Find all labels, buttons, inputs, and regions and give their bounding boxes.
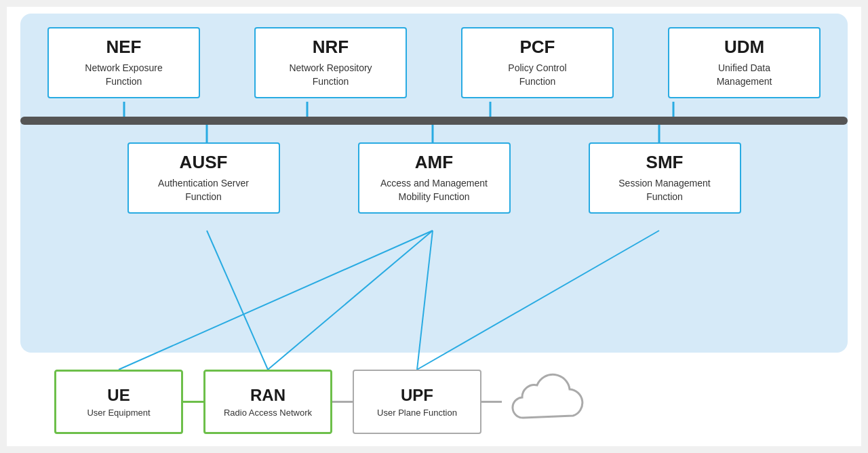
ausf-abbr: AUSF [180,152,228,173]
amf-fullname: Access and ManagementMobility Function [380,177,488,203]
upf-fullname: User Plane Function [377,408,457,418]
upf-cloud-connector [481,401,502,403]
ue-abbr: UE [107,386,130,405]
nef-abbr: NEF [106,37,142,58]
ran-upf-connector [332,401,353,403]
pcf-abbr: PCF [520,37,555,58]
diagram-wrapper: NEF Network ExposureFunction NRF Network… [7,7,861,446]
ran-abbr: RAN [250,386,285,405]
udm-abbr: UDM [724,37,764,58]
nef-box: NEF Network ExposureFunction [47,27,200,98]
bottom-row: UE User Equipment RAN Radio Access Netwo… [20,370,848,434]
ausf-box: AUSF Authentication ServerFunction [127,142,280,214]
udm-box: UDM Unified DataManagement [668,27,821,98]
nrf-fullname: Network RepositoryFunction [289,62,372,88]
nef-fullname: Network ExposureFunction [85,62,162,88]
internet-cloud [502,372,590,433]
smf-box: SMF Session ManagementFunction [589,142,741,214]
ausf-fullname: Authentication ServerFunction [158,177,249,203]
upf-abbr: UPF [401,386,433,405]
upf-box: UPF User Plane Function [353,370,481,434]
udm-fullname: Unified DataManagement [717,62,772,88]
ue-ran-connector [183,401,203,403]
smf-abbr: SMF [646,152,684,173]
service-bus [20,117,848,125]
smf-fullname: Session ManagementFunction [618,177,710,203]
top-row: NEF Network ExposureFunction NRF Network… [20,27,848,98]
ue-box: UE User Equipment [54,370,183,434]
nrf-box: NRF Network RepositoryFunction [254,27,407,98]
pcf-box: PCF Policy ControlFunction [461,27,614,98]
nrf-abbr: NRF [313,37,349,58]
amf-box: AMF Access and ManagementMobility Functi… [358,142,511,214]
ran-fullname: Radio Access Network [224,408,312,418]
pcf-fullname: Policy ControlFunction [508,62,566,88]
ue-fullname: User Equipment [87,408,150,418]
middle-row: AUSF Authentication ServerFunction AMF A… [20,142,848,214]
amf-abbr: AMF [415,152,453,173]
ran-box: RAN Radio Access Network [203,370,332,434]
